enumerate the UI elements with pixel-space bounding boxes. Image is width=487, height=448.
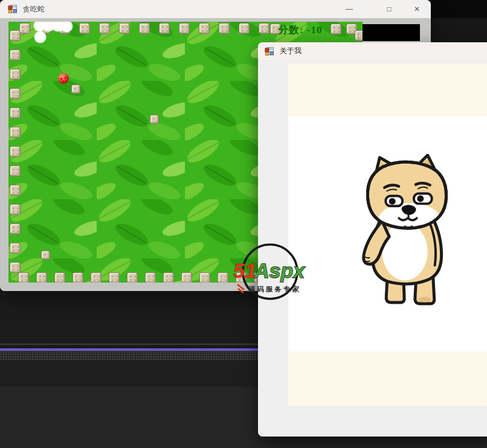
wall-tile — [10, 88, 21, 99]
wall-tile — [181, 272, 192, 283]
wall-tile — [259, 23, 269, 34]
wall-tile — [199, 272, 210, 283]
screen: 贪吃蛇 — □ ✕ — [0, 0, 487, 448]
wall-tile — [355, 30, 363, 41]
wall-tile — [18, 272, 29, 283]
snake-segment — [61, 22, 73, 32]
wall-tile — [219, 23, 230, 34]
window-title: 贪吃蛇 — [23, 4, 45, 14]
wall-tile — [10, 204, 21, 215]
51aspx-watermark: 51 Aspx 源码服务专家 — [231, 242, 311, 301]
wall-tile — [239, 23, 250, 34]
wall-tile — [10, 185, 21, 196]
wall-tile — [73, 272, 83, 283]
winforms-app-icon — [265, 46, 274, 56]
wall-tile — [10, 127, 21, 138]
obstacle-tile — [71, 85, 80, 94]
wall-tile — [10, 146, 21, 157]
picture-band-bottom — [288, 351, 487, 406]
dialog-titlebar[interactable]: 关于我 — [258, 42, 487, 60]
doge-illustration — [356, 154, 459, 310]
wall-tile — [10, 165, 21, 176]
wall-tile — [179, 23, 190, 34]
winforms-app-icon — [8, 4, 18, 14]
wall-tile — [10, 262, 21, 273]
dialog-title: 关于我 — [280, 46, 302, 56]
watermark-red-mark — [237, 284, 244, 293]
wall-tile — [119, 23, 130, 34]
picture-band-middle — [288, 117, 487, 351]
wall-tile — [159, 23, 170, 34]
wall-tile — [163, 272, 174, 283]
desktop-background — [431, 18, 487, 45]
wall-tile — [36, 272, 47, 283]
watermark-51: 51 — [233, 259, 256, 282]
snake-head — [34, 31, 46, 43]
wall-tile — [10, 69, 21, 80]
watermark-tagline: 源码服务专家 — [248, 285, 301, 293]
wall-tile — [10, 50, 21, 60]
maximize-button[interactable]: □ — [375, 0, 403, 18]
wall-tile — [145, 272, 156, 283]
minimize-button[interactable]: — — [335, 0, 363, 18]
window-controls: — □ ✕ — [335, 0, 431, 18]
black-panel — [363, 24, 420, 41]
window-titlebar[interactable]: 贪吃蛇 — □ ✕ — [0, 0, 431, 18]
wall-tile — [54, 272, 65, 283]
wall-tile — [10, 243, 21, 254]
close-button[interactable]: ✕ — [403, 0, 431, 18]
wall-tile — [331, 24, 341, 34]
wall-tile — [199, 23, 210, 34]
wall-tile — [218, 272, 228, 283]
about-dialog-window: 关于我 — [258, 42, 487, 437]
wall-tile — [99, 23, 110, 34]
wall-tile — [10, 30, 21, 41]
wall-tile — [79, 23, 90, 34]
desktop-background — [431, 0, 487, 18]
obstacle-tile — [41, 251, 50, 260]
obstacle-tile — [150, 115, 159, 124]
wall-tile — [109, 272, 120, 283]
wall-tile — [10, 107, 21, 118]
wall-tile — [10, 223, 21, 234]
apple — [58, 73, 69, 84]
doge-picture-box — [288, 63, 487, 406]
wall-tile — [139, 23, 150, 34]
watermark-aspx: Aspx — [254, 259, 306, 282]
wall-tile — [127, 272, 138, 283]
picture-band-top — [288, 63, 487, 117]
wall-tile — [91, 272, 102, 283]
score-label: 分数: -10 — [278, 23, 323, 37]
wall-tile — [19, 23, 30, 34]
